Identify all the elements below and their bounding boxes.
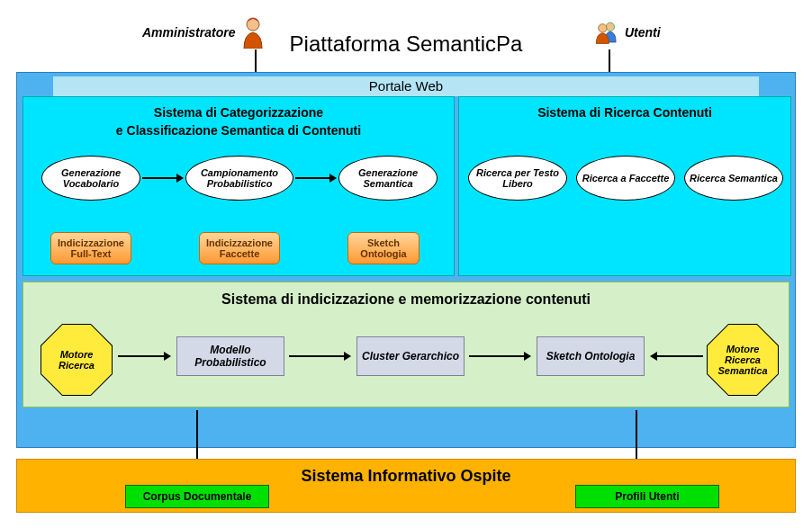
- index-system: Sistema di indicizzazione e memorizzazio…: [23, 282, 789, 407]
- people-icon: [594, 16, 619, 49]
- arrow-b2-b3: [469, 355, 530, 357]
- admin-actor: Amministratore: [142, 16, 266, 49]
- box-sketch-ont: Sketch Ontologia: [537, 336, 645, 376]
- index-header: Sistema di indicizzazione e memorizzazio…: [23, 282, 789, 308]
- users-label: Utenti: [625, 25, 661, 40]
- categorization-system: Sistema di Categorizzazione e Classifica…: [23, 96, 455, 276]
- box-corpus-doc: Corpus Documentale: [125, 485, 269, 508]
- host-title: Sistema Informativo Ospite: [301, 467, 510, 486]
- ellipse-ricerca-faccette: Ricerca a Faccette: [576, 156, 675, 201]
- ellipse-gen-vocab: Generazione Vocabolario: [41, 156, 140, 201]
- arrow-e2-e3: [295, 177, 336, 179]
- admin-label: Amministratore: [142, 25, 235, 40]
- arrow-oct1-b1: [118, 355, 170, 357]
- search-system: Sistema di Ricerca Contenuti Ricerca per…: [458, 96, 791, 276]
- octagon-motore-semantica: Motore Ricerca Semantica: [708, 325, 778, 395]
- arrow-b1-b2: [289, 355, 350, 357]
- cat-header-1: Sistema di Categorizzazione: [23, 104, 454, 122]
- cat-header-2: e Classificazione Semantica di Contenuti: [23, 122, 454, 140]
- users-actor: Utenti: [594, 16, 661, 49]
- box-sketch-ontologia: Sketch Ontologia: [347, 232, 420, 264]
- search-header: Sistema di Ricerca Contenuti: [459, 104, 790, 122]
- platform-title: Piattaforma SemanticPa: [290, 31, 523, 57]
- ellipse-campionamento: Campionamento Probabilistico: [185, 156, 293, 201]
- host-system: Sistema Informativo Ospite Corpus Docume…: [16, 459, 796, 513]
- box-index-faccette: Indicizzazione Faccette: [199, 232, 280, 264]
- ellipse-ricerca-semantica: Ricerca Semantica: [684, 156, 783, 201]
- ellipse-ricerca-libero: Ricerca per Testo Libero: [468, 156, 567, 201]
- octagon-motore-ricerca: Motore Ricerca: [41, 325, 112, 395]
- box-index-fulltext: Indicizzazione Full-Text: [50, 232, 131, 264]
- platform-container: Portale Web Sistema di Categorizzazione …: [16, 72, 796, 448]
- box-cluster-ger: Cluster Gerarchico: [356, 336, 465, 376]
- person-icon: [240, 16, 266, 49]
- svg-point-1: [606, 22, 614, 31]
- box-profili-utenti: Profili Utenti: [575, 485, 719, 508]
- arrow-e1-e2: [142, 177, 183, 179]
- portal-header: Portale Web: [53, 76, 759, 96]
- ellipse-gen-semantica: Generazione Semantica: [338, 156, 438, 201]
- svg-point-2: [599, 24, 607, 32]
- box-modello-prob: Modello Probabilistico: [176, 336, 284, 376]
- arrow-oct2-b3: [651, 355, 703, 357]
